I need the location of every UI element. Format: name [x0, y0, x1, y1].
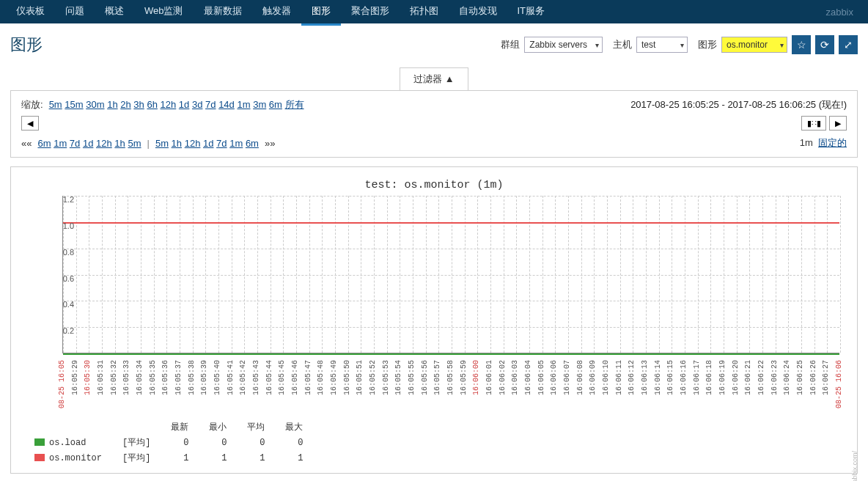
zoom-7d[interactable]: 7d	[205, 99, 216, 110]
xtick: 16:06:19	[718, 360, 727, 395]
shift-left-1h[interactable]: 1h	[114, 138, 125, 149]
xtick: 16:06:01	[485, 360, 493, 395]
xtick: 16:05:53	[382, 360, 390, 395]
nav-问题[interactable]: 问题	[55, 0, 95, 26]
xtick: 16:06:05	[537, 360, 545, 395]
zoom-1d[interactable]: 1d	[179, 99, 189, 110]
xtick: 16:06:14	[654, 360, 662, 395]
zoom-5m[interactable]: 5m	[49, 99, 62, 110]
xtick: 08-25 16:06	[835, 360, 843, 408]
zoom-1h[interactable]: 1h	[107, 99, 117, 110]
host-label: 主机	[613, 38, 632, 51]
shift-sep: |	[147, 138, 150, 149]
xtick: 16:06:25	[796, 360, 804, 395]
shift-left-1m[interactable]: 1m	[54, 138, 67, 149]
series-os.monitor	[63, 222, 839, 224]
xtick: 16:06:04	[524, 360, 532, 395]
fullscreen-button[interactable]: ⤢	[839, 35, 858, 54]
xtick: 16:05:54	[394, 360, 402, 395]
zoom-6m[interactable]: 6m	[269, 99, 282, 110]
zoom-3h[interactable]: 3h	[133, 99, 144, 110]
fixed-link[interactable]: 固定的	[818, 137, 847, 148]
nav-bar-button[interactable]: ▮∷▮	[801, 116, 826, 131]
nav-拓扑图[interactable]: 拓扑图	[400, 0, 449, 26]
fixed-duration: 1m	[800, 137, 813, 148]
refresh-button[interactable]: ⟳	[815, 35, 834, 54]
shift-right-12h[interactable]: 12h	[185, 138, 201, 149]
shift-left-7d[interactable]: 7d	[70, 138, 80, 149]
nav-最新数据[interactable]: 最新数据	[194, 0, 252, 26]
xtick: 16:05:44	[265, 360, 273, 395]
shift-right-5m[interactable]: 5m	[155, 138, 169, 149]
xtick: 16:06:10	[602, 360, 610, 395]
nav-仪表板[interactable]: 仪表板	[6, 0, 55, 26]
xtick: 16:06:26	[809, 360, 817, 395]
shift-right-1m[interactable]: 1m	[229, 138, 243, 149]
favorite-button[interactable]: ☆	[792, 35, 811, 54]
nav-IT服务[interactable]: IT服务	[507, 0, 556, 26]
xtick: 16:05:49	[330, 360, 338, 395]
zoom-14d[interactable]: 14d	[218, 99, 235, 110]
zoom-label: 缩放:	[21, 98, 43, 111]
nav-触发器[interactable]: 触发器	[252, 0, 301, 26]
shift-right-6m[interactable]: 6m	[246, 138, 259, 149]
xtick: 16:05:58	[446, 360, 455, 395]
ytick: 1.2	[63, 195, 74, 204]
zoom-2h[interactable]: 2h	[120, 99, 130, 110]
chart-area	[62, 196, 839, 353]
xtick: 16:06:11	[615, 360, 623, 395]
ytick: 0.8	[63, 248, 74, 257]
xtick: 16:06:17	[693, 360, 701, 395]
xtick: 16:05:52	[369, 360, 377, 395]
group-select[interactable]: Zabbix servers	[524, 37, 603, 53]
nav-自动发现[interactable]: 自动发现	[449, 0, 507, 26]
xtick: 16:05:37	[174, 360, 183, 395]
xtick: 16:05:33	[122, 360, 130, 395]
legend-row: os.load[平均]0000	[24, 435, 313, 450]
shift-right-1d[interactable]: 1d	[203, 138, 213, 149]
nav-概述[interactable]: 概述	[95, 0, 134, 26]
graph-select[interactable]: os.monitor	[721, 37, 787, 53]
shift-left-5m[interactable]: 5m	[128, 138, 141, 149]
nav-prev-button[interactable]: ◀	[21, 116, 39, 131]
zoom-12h[interactable]: 12h	[161, 99, 177, 110]
shift-left-6m[interactable]: 6m	[37, 138, 51, 149]
zoom-3m[interactable]: 3m	[253, 99, 266, 110]
zoom-6h[interactable]: 6h	[147, 99, 157, 110]
zoom-3d[interactable]: 3d	[192, 99, 202, 110]
xtick: 16:06:23	[770, 360, 779, 395]
legend-row: os.monitor[平均]1111	[24, 450, 313, 466]
xtick: 16:05:48	[317, 360, 325, 395]
nav-聚合图形[interactable]: 聚合图形	[341, 0, 400, 26]
nav-Web监测[interactable]: Web监测	[134, 0, 194, 26]
xtick: 16:05:34	[136, 360, 144, 395]
zoom-1m[interactable]: 1m	[237, 99, 250, 110]
host-select[interactable]: test	[636, 37, 688, 53]
zoom-15m[interactable]: 15m	[65, 99, 83, 110]
xtick: 16:06:16	[680, 360, 688, 395]
zoom-30m[interactable]: 30m	[86, 99, 104, 110]
filter-toggle[interactable]: 过滤器 ▲	[400, 67, 468, 90]
xtick: 16:06:12	[628, 360, 636, 395]
xtick: 16:05:40	[213, 360, 221, 395]
xtick: 16:05:46	[291, 360, 299, 395]
xtick: 16:06:06	[550, 360, 558, 395]
shift-right-1h[interactable]: 1h	[172, 138, 182, 149]
nav-图形[interactable]: 图形	[301, 0, 341, 26]
xtick: 16:06:24	[783, 360, 791, 395]
xtick: 16:06:03	[511, 360, 519, 395]
xtick: 16:06:08	[576, 360, 584, 395]
ytick: 1.0	[63, 221, 74, 230]
xtick: 16:05:47	[304, 360, 312, 395]
xtick: 16:05:50	[343, 360, 351, 395]
zoom-所有[interactable]: 所有	[285, 99, 304, 110]
shift-left-12h[interactable]: 12h	[96, 138, 112, 149]
ytick: 0.6	[63, 274, 74, 283]
chart-title: test: os.monitor (1m)	[18, 179, 850, 191]
nav-next-button[interactable]: ▶	[829, 116, 847, 131]
xtick: 16:05:39	[200, 360, 208, 395]
shift-left-1d[interactable]: 1d	[83, 138, 93, 149]
shift-right-7d[interactable]: 7d	[216, 138, 227, 149]
brand-label: zabbix	[825, 7, 862, 18]
ytick: 0.2	[63, 326, 74, 335]
